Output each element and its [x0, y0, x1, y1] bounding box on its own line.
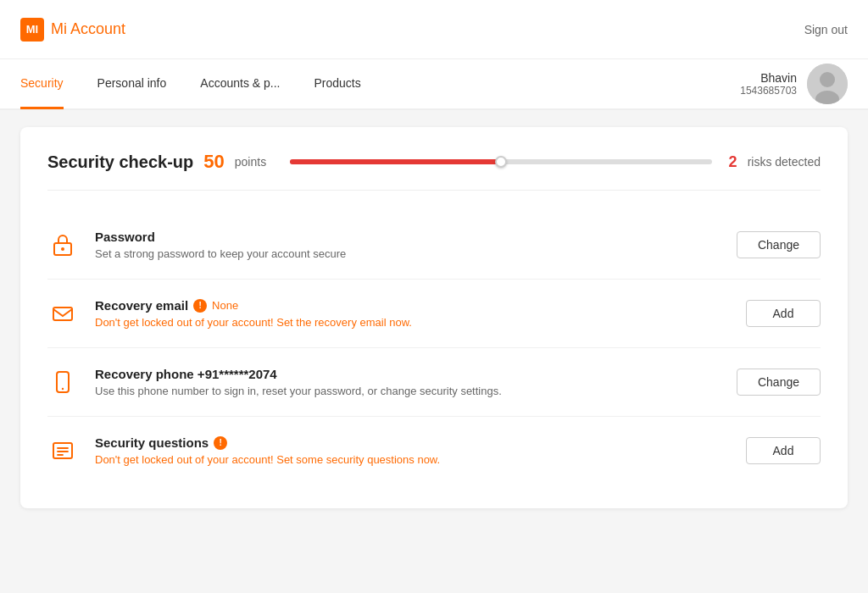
recovery-email-desc: Don't get locked out of your account! Se…: [95, 316, 729, 329]
tab-products[interactable]: Products: [314, 59, 360, 109]
logo-area: MI Mi Account: [20, 18, 125, 42]
user-info: Bhavin 1543685703: [740, 71, 797, 97]
security-card: Security check-up 50 points 2 risks dete…: [20, 127, 848, 508]
logo-text: Mi Account: [51, 20, 125, 38]
recovery-email-title: Recovery email ! None: [95, 298, 729, 313]
password-change-button[interactable]: Change: [737, 231, 821, 258]
tab-security[interactable]: Security: [20, 59, 64, 109]
progress-bar-container: [290, 159, 711, 164]
security-item-recovery-phone: Recovery phone +91******2074 Use this ph…: [47, 348, 821, 417]
svg-rect-8: [53, 443, 72, 458]
header: MI Mi Account Sign out: [0, 0, 868, 59]
progress-bar-fill: [290, 159, 501, 164]
security-questions-icon: [47, 435, 78, 466]
security-item-questions: Security questions ! Don't get locked ou…: [47, 417, 821, 485]
recovery-phone-icon: [47, 367, 78, 397]
checkup-title: Security check-up: [47, 152, 193, 172]
recovery-phone-title: Recovery phone +91******2074: [95, 367, 720, 381]
recovery-phone-desc: Use this phone number to sign in, reset …: [95, 385, 720, 397]
recovery-email-icon: [47, 298, 78, 329]
tab-accounts-privacy[interactable]: Accounts & p...: [200, 59, 280, 109]
security-questions-info-icon: !: [214, 436, 227, 450]
security-questions-title: Security questions !: [95, 435, 729, 450]
recovery-email-action: Add: [746, 300, 821, 327]
security-item-recovery-email: Recovery email ! None Don't get locked o…: [47, 280, 821, 348]
avatar-icon: [807, 64, 848, 104]
recovery-email-add-button[interactable]: Add: [746, 300, 821, 327]
svg-rect-5: [53, 308, 72, 320]
tab-personal-info[interactable]: Personal info: [97, 59, 167, 109]
user-id: 1543685703: [740, 85, 797, 97]
security-questions-action: Add: [746, 437, 821, 464]
password-action: Change: [737, 231, 821, 258]
security-questions-add-button[interactable]: Add: [746, 437, 821, 464]
risks-count: 2: [729, 153, 737, 171]
progress-thumb: [495, 156, 507, 168]
sign-out-button[interactable]: Sign out: [804, 23, 848, 36]
user-area: Bhavin 1543685703: [740, 64, 848, 104]
nav-bar: Security Personal info Accounts & p... P…: [0, 59, 868, 110]
recovery-email-content: Recovery email ! None Don't get locked o…: [95, 298, 729, 329]
password-icon: [47, 230, 78, 260]
password-content: Password Set a strong password to keep y…: [95, 230, 720, 260]
security-item-password: Password Set a strong password to keep y…: [47, 211, 821, 280]
risks-label: risks detected: [748, 155, 821, 169]
mi-logo-icon: MI: [20, 18, 44, 42]
recovery-email-badge: None: [212, 299, 238, 312]
recovery-phone-change-button[interactable]: Change: [737, 369, 821, 396]
security-questions-desc: Don't get locked out of your account! Se…: [95, 453, 729, 466]
svg-point-4: [61, 247, 64, 251]
svg-point-1: [820, 72, 835, 87]
svg-point-7: [62, 388, 64, 390]
nav-tabs: Security Personal info Accounts & p... P…: [20, 59, 740, 109]
main-content: Security check-up 50 points 2 risks dete…: [0, 110, 868, 525]
security-questions-content: Security questions ! Don't get locked ou…: [95, 435, 729, 466]
recovery-email-info-icon: !: [193, 299, 207, 313]
checkup-header: Security check-up 50 points 2 risks dete…: [47, 151, 821, 191]
recovery-phone-action: Change: [737, 369, 821, 396]
avatar[interactable]: [807, 64, 848, 104]
points-value: 50: [203, 151, 224, 173]
password-title: Password: [95, 230, 720, 244]
recovery-phone-content: Recovery phone +91******2074 Use this ph…: [95, 367, 720, 397]
password-desc: Set a strong password to keep your accou…: [95, 247, 720, 260]
user-name: Bhavin: [740, 71, 797, 85]
points-label: points: [235, 155, 266, 169]
